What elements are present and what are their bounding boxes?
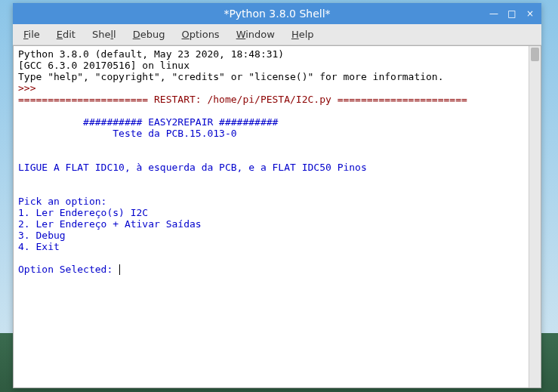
menu-help[interactable]: Help: [288, 27, 317, 42]
window-controls: — □ ×: [486, 3, 538, 24]
maximize-button[interactable]: □: [504, 5, 520, 22]
menu-edit[interactable]: Edit: [54, 27, 79, 42]
menu-window[interactable]: Window: [233, 27, 278, 42]
program-banner: Teste da PCB.15.013-0: [18, 128, 237, 139]
scroll-thumb[interactable]: [531, 48, 539, 61]
menu-file[interactable]: File: [20, 27, 43, 42]
editor-area: Python 3.8.0 (default, May 23 2020, 18:4…: [13, 45, 541, 388]
close-icon: ×: [526, 8, 534, 19]
menu-header: Pick an option:: [18, 196, 106, 207]
interp-line: Type "help", "copyright", "credits" or "…: [18, 71, 444, 82]
input-prompt: Option Selected:: [18, 264, 119, 275]
close-button[interactable]: ×: [522, 5, 538, 22]
instruction-text: LIGUE A FLAT IDC10, à esquerda da PCB, e…: [18, 162, 367, 173]
menubar: File Edit Shell Debug Options Window Hel…: [13, 24, 541, 45]
menu-option: 1. Ler Endereço(s) I2C: [18, 207, 148, 218]
titlebar[interactable]: *Python 3.8.0 Shell* — □ ×: [13, 3, 541, 24]
restart-banner: ====================== RESTART: /home/pi…: [18, 94, 467, 105]
shell-output[interactable]: Python 3.8.0 (default, May 23 2020, 18:4…: [14, 46, 529, 387]
vertical-scrollbar[interactable]: [529, 46, 541, 387]
menu-option: 2. Ler Endereço + Ativar Saídas: [18, 218, 202, 230]
window-title: *Python 3.8.0 Shell*: [224, 8, 330, 20]
program-banner: ########## EASY2REPAIR ##########: [18, 116, 278, 128]
menu-option: 3. Debug: [18, 230, 66, 241]
menu-options[interactable]: Options: [178, 27, 222, 42]
menu-debug[interactable]: Debug: [130, 27, 168, 42]
text-cursor: [119, 264, 120, 275]
prompt: >>>: [18, 82, 42, 94]
interp-line: [GCC 6.3.0 20170516] on linux: [18, 60, 190, 71]
shell-window: *Python 3.8.0 Shell* — □ × File Edit She…: [13, 3, 541, 388]
maximize-icon: □: [507, 8, 516, 19]
interp-line: Python 3.8.0 (default, May 23 2020, 18:4…: [18, 48, 284, 60]
menu-shell[interactable]: Shell: [89, 27, 119, 42]
minimize-button[interactable]: —: [486, 5, 502, 22]
menu-option: 4. Exit: [18, 241, 60, 252]
minimize-icon: —: [489, 8, 498, 19]
